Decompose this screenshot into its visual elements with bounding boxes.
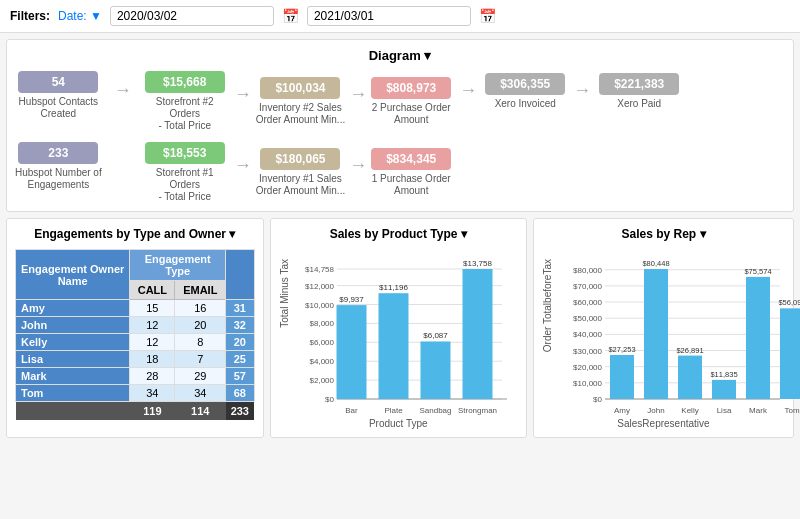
svg-text:$50,000: $50,000 — [573, 314, 602, 323]
left-nodes: 54 Hubspot ContactsCreated 233 Hubspot N… — [15, 71, 102, 191]
engagements-totals-row: 119 114 233 — [16, 402, 255, 421]
engagements-table: Engagement Owner Name Engagement Type CA… — [15, 249, 255, 420]
col-call-header: CALL — [130, 281, 175, 300]
inventory1-value: $180,065 — [260, 148, 340, 170]
hubspot-contacts-label: Hubspot ContactsCreated — [19, 96, 99, 120]
totals-label — [16, 402, 130, 421]
svg-text:$40,000: $40,000 — [573, 330, 602, 339]
purchase1-node: $834,345 1 Purchase OrderAmount — [371, 148, 451, 197]
inventory2-value: $100,034 — [260, 77, 340, 99]
table-row: Mark 28 29 57 — [16, 368, 255, 385]
svg-text:$13,758: $13,758 — [463, 259, 492, 268]
date-filter-button[interactable]: Date: ▼ — [58, 9, 102, 23]
hubspot-engagements-value: 233 — [18, 142, 98, 164]
hubspot-engagements-label: Hubspot Number ofEngagements — [15, 167, 102, 191]
col-type-header: Engagement Type — [130, 250, 226, 281]
calendar-from-icon[interactable]: 📅 — [282, 8, 299, 24]
engagements-title[interactable]: Engagements by Type and Owner ▾ — [15, 227, 255, 241]
diagram-section: Diagram ▾ 54 Hubspot ContactsCreated 233… — [6, 39, 794, 212]
date-to-input[interactable] — [307, 6, 471, 26]
svg-text:$0: $0 — [325, 395, 334, 404]
totals-call: 119 — [130, 402, 175, 421]
bottom-panels: Engagements by Type and Owner ▾ Engageme… — [6, 218, 794, 438]
svg-text:$11,196: $11,196 — [379, 283, 408, 292]
sales-product-panel: Sales by Product Type ▾ Total Minus Tax … — [270, 218, 528, 438]
svg-rect-54 — [678, 356, 702, 399]
svg-text:$11,835: $11,835 — [710, 370, 737, 379]
sales-rep-y-label: Order TotalbeforeTax — [542, 259, 553, 352]
engagements-panel: Engagements by Type and Owner ▾ Engageme… — [6, 218, 264, 438]
svg-text:$60,000: $60,000 — [573, 298, 602, 307]
purchase2-node: $808,973 2 Purchase OrderAmount — [371, 77, 451, 126]
svg-text:$9,937: $9,937 — [339, 295, 364, 304]
svg-text:Amy: Amy — [614, 406, 630, 415]
col-owner-header: Engagement Owner Name — [16, 250, 130, 300]
totals-total: 233 — [226, 402, 254, 421]
table-row: Kelly 12 8 20 — [16, 334, 255, 351]
diagram-title[interactable]: Diagram ▾ — [15, 48, 785, 63]
svg-rect-26 — [462, 269, 492, 399]
sales-rep-title[interactable]: Sales by Rep ▾ — [542, 227, 785, 241]
svg-text:Lisa: Lisa — [717, 406, 732, 415]
svg-text:$70,000: $70,000 — [573, 282, 602, 291]
svg-rect-17 — [336, 305, 366, 399]
calendar-to-icon[interactable]: 📅 — [479, 8, 496, 24]
svg-text:Strongman: Strongman — [457, 406, 496, 415]
inventory2-node: $100,034 Inventory #2 SalesOrder Amount … — [256, 77, 345, 126]
xero-paid-node: $221,383 Xero Paid — [599, 73, 679, 110]
xero-invoiced-value: $306,355 — [485, 73, 565, 95]
svg-text:$8,000: $8,000 — [309, 319, 334, 328]
storefront2-node: $15,668 Storefront #2 Orders- Total Pric… — [140, 71, 230, 132]
svg-text:$30,000: $30,000 — [573, 347, 602, 356]
svg-text:$27,253: $27,253 — [608, 345, 635, 354]
sales-product-title[interactable]: Sales by Product Type ▾ — [279, 227, 519, 241]
inventory1-node: $180,065 Inventory #1 SalesOrder Amount … — [256, 148, 345, 197]
table-row: John 12 20 32 — [16, 317, 255, 334]
svg-text:Sandbag: Sandbag — [419, 406, 451, 415]
svg-text:$2,000: $2,000 — [309, 376, 334, 385]
sales-rep-chart: $0$10,000$20,000$30,000$40,000$50,000$60… — [555, 249, 785, 414]
svg-text:Tom: Tom — [784, 406, 799, 415]
svg-rect-63 — [780, 308, 800, 399]
xero-paid-value: $221,383 — [599, 73, 679, 95]
svg-rect-60 — [746, 277, 770, 399]
svg-text:John: John — [647, 406, 664, 415]
col-total-header — [226, 250, 254, 300]
svg-rect-48 — [610, 355, 634, 399]
svg-rect-23 — [420, 341, 450, 399]
svg-text:$14,758: $14,758 — [305, 265, 334, 274]
svg-text:$4,000: $4,000 — [309, 357, 334, 366]
svg-text:$80,448: $80,448 — [642, 259, 669, 268]
purchase2-value: $808,973 — [371, 77, 451, 99]
sales-rep-panel: Sales by Rep ▾ Order TotalbeforeTax $0$1… — [533, 218, 794, 438]
storefront2-value: $15,668 — [145, 71, 225, 93]
svg-text:Kelly: Kelly — [681, 406, 698, 415]
svg-text:$20,000: $20,000 — [573, 363, 602, 372]
svg-text:$6,087: $6,087 — [423, 331, 448, 340]
svg-rect-20 — [378, 293, 408, 399]
sales-product-y-label: Total Minus Tax — [279, 259, 290, 328]
svg-text:$10,000: $10,000 — [573, 379, 602, 388]
svg-text:$6,000: $6,000 — [309, 338, 334, 347]
svg-text:$26,891: $26,891 — [676, 346, 703, 355]
table-row: Amy 15 16 31 — [16, 300, 255, 317]
svg-text:Plate: Plate — [384, 406, 403, 415]
table-row: Tom 34 34 68 — [16, 385, 255, 402]
svg-rect-57 — [712, 380, 736, 399]
purchase1-value: $834,345 — [371, 148, 451, 170]
hubspot-contacts-node: 54 Hubspot ContactsCreated — [15, 71, 102, 120]
date-from-input[interactable] — [110, 6, 274, 26]
svg-text:$0: $0 — [593, 395, 602, 404]
svg-text:$80,000: $80,000 — [573, 266, 602, 275]
svg-text:$75,574: $75,574 — [744, 267, 771, 276]
totals-email: 114 — [175, 402, 226, 421]
storefront1-node: $18,553 Storefront #1 Orders- Total Pric… — [140, 142, 230, 203]
sales-product-chart: $0$2,000$4,000$6,000$8,000$10,000$12,000… — [292, 249, 512, 414]
col-email-header: EMAIL — [175, 281, 226, 300]
svg-rect-51 — [644, 269, 668, 399]
hubspot-contacts-value: 54 — [18, 71, 98, 93]
svg-text:$12,000: $12,000 — [305, 282, 334, 291]
hubspot-engagements-node: 233 Hubspot Number ofEngagements — [15, 142, 102, 191]
table-row: Lisa 18 7 25 — [16, 351, 255, 368]
svg-text:Bar: Bar — [345, 406, 358, 415]
